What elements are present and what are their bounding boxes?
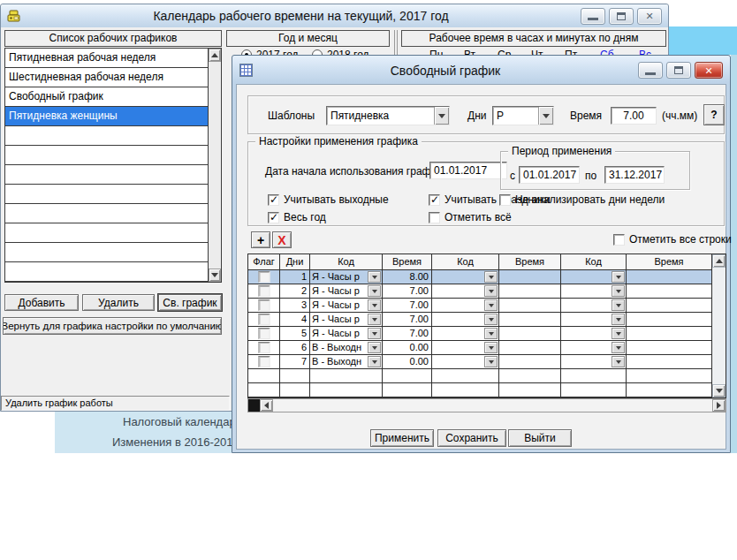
grid-row[interactable]: 4 Я - Часы р 7.00 <box>248 313 711 327</box>
row-checkbox[interactable] <box>258 328 270 339</box>
scroll-up-button[interactable] <box>712 254 726 268</box>
time-cell[interactable]: 7.00 <box>383 327 432 341</box>
day-cell[interactable]: 3 <box>280 299 310 313</box>
checkbox-whole-year[interactable]: Весь год <box>268 211 326 223</box>
dropdown-button[interactable] <box>484 271 498 283</box>
link-tax-calendar[interactable]: Налоговый календарь бухга <box>55 412 232 432</box>
period-to-input[interactable]: 31.12.2017 <box>604 166 665 184</box>
time-cell[interactable] <box>499 313 561 327</box>
dropdown-button[interactable] <box>484 285 498 297</box>
row-checkbox[interactable] <box>258 285 270 297</box>
dropdown-button[interactable] <box>368 285 381 297</box>
code-cell[interactable]: Я - Часы р <box>310 299 383 313</box>
close-button[interactable] <box>637 8 662 25</box>
checkbox-mark-all[interactable]: Отметить всё <box>429 211 512 223</box>
dropdown-button[interactable] <box>368 342 381 353</box>
apply-button[interactable]: Применить <box>370 429 434 447</box>
code-cell[interactable] <box>432 355 499 369</box>
list-item[interactable]: Шестидневная рабочая неделя <box>5 68 208 87</box>
code-cell[interactable]: Я - Часы р <box>310 327 383 341</box>
grid-row[interactable]: 6 В - Выходн 0.00 <box>248 341 711 355</box>
dropdown-button[interactable] <box>484 342 498 353</box>
row-checkbox[interactable] <box>258 271 270 283</box>
day-cell[interactable]: 1 <box>280 270 310 284</box>
grid-row[interactable]: 2 Я - Часы р 7.00 <box>248 284 711 299</box>
time-cell[interactable] <box>627 355 711 369</box>
grid-vertical-scrollbar[interactable] <box>711 254 726 397</box>
save-button[interactable]: Сохранить <box>437 429 506 447</box>
dropdown-button[interactable] <box>612 314 625 325</box>
time-cell[interactable] <box>627 341 711 355</box>
dropdown-button[interactable] <box>612 328 625 339</box>
time-input[interactable]: 7.00 <box>611 107 657 125</box>
code-cell[interactable] <box>561 341 627 355</box>
add-row-button[interactable]: + <box>251 231 270 248</box>
dropdown-button[interactable] <box>368 328 381 339</box>
time-cell[interactable] <box>627 313 711 327</box>
row-checkbox[interactable] <box>258 299 270 311</box>
time-cell[interactable]: 0.00 <box>383 355 432 369</box>
code-cell[interactable] <box>561 270 627 284</box>
code-cell[interactable] <box>561 299 627 313</box>
minimize-button[interactable] <box>581 8 605 25</box>
code-cell[interactable] <box>432 341 499 355</box>
dropdown-button[interactable] <box>368 356 381 367</box>
time-cell[interactable] <box>627 299 711 313</box>
row-checkbox[interactable] <box>258 342 270 353</box>
scroll-up-button[interactable] <box>209 49 221 62</box>
day-cell[interactable]: 2 <box>280 284 310 299</box>
time-cell[interactable] <box>627 284 711 299</box>
period-from-input[interactable]: 01.01.2017 <box>519 166 580 184</box>
scroll-down-button[interactable] <box>209 269 221 282</box>
dropdown-button[interactable] <box>368 271 381 283</box>
grid-row[interactable]: 7 В - Выходн 0.00 <box>248 355 711 369</box>
code-cell[interactable] <box>561 313 627 327</box>
dropdown-button[interactable] <box>612 342 625 353</box>
templates-combobox[interactable]: Пятидневка <box>326 106 450 125</box>
dialog-minimize-button[interactable] <box>638 62 663 79</box>
row-checkbox[interactable] <box>258 356 270 367</box>
time-cell[interactable] <box>499 341 561 355</box>
time-cell[interactable] <box>499 327 561 341</box>
dropdown-button[interactable] <box>612 356 625 367</box>
code-cell[interactable] <box>561 327 627 341</box>
code-cell[interactable]: В - Выходн <box>310 341 383 355</box>
reset-defaults-button[interactable]: Вернуть для графика настройки по умолчан… <box>3 317 222 335</box>
row-checkbox[interactable] <box>258 314 270 325</box>
code-cell[interactable] <box>432 299 499 313</box>
delete-row-button[interactable]: X <box>272 231 292 248</box>
code-cell[interactable]: Я - Часы р <box>310 313 383 327</box>
list-item[interactable]: Пятидневная рабочая неделя <box>5 49 208 68</box>
time-cell[interactable] <box>499 299 561 313</box>
time-cell[interactable]: 0.00 <box>383 341 432 355</box>
list-scrollbar[interactable] <box>208 49 221 282</box>
code-cell[interactable] <box>432 327 499 341</box>
maximize-button[interactable] <box>609 8 634 25</box>
scroll-right-button[interactable] <box>712 399 726 412</box>
checkbox-mark-all-rows[interactable]: Отметить все строки <box>613 233 732 246</box>
dropdown-button[interactable] <box>538 107 553 125</box>
grid-row[interactable]: 5 Я - Часы р 7.00 <box>248 327 711 341</box>
time-cell[interactable] <box>627 327 711 341</box>
link-changes-2016-2017[interactable]: Изменения в 2016-2017 года <box>55 432 232 452</box>
dialog-titlebar[interactable]: Свободный график <box>236 59 726 81</box>
grid-horizontal-scrollbar[interactable] <box>247 398 726 412</box>
day-cell[interactable]: 6 <box>280 341 310 355</box>
code-cell[interactable] <box>432 313 499 327</box>
main-window-titlebar[interactable]: Календарь рабочего времени на текущий, 2… <box>1 4 668 27</box>
days-combobox[interactable]: Р <box>492 106 554 125</box>
day-cell[interactable]: 7 <box>280 355 310 369</box>
dropdown-button[interactable] <box>484 356 498 367</box>
exit-button[interactable]: Выйти <box>508 429 572 447</box>
list-item[interactable]: Свободный график <box>5 87 208 107</box>
dropdown-button[interactable] <box>484 299 498 311</box>
checkbox-ignore-weekdays[interactable]: Не анализировать дни недели <box>499 193 665 206</box>
day-cell[interactable]: 4 <box>280 313 310 327</box>
code-cell[interactable] <box>432 270 499 284</box>
checkbox-weekends[interactable]: Учитывать выходные <box>268 193 389 206</box>
time-cell[interactable]: 8.00 <box>383 270 432 284</box>
dropdown-button[interactable] <box>368 314 381 325</box>
code-cell[interactable]: Я - Часы р <box>310 270 383 284</box>
dropdown-button[interactable] <box>612 285 625 297</box>
dropdown-button[interactable] <box>484 314 498 325</box>
